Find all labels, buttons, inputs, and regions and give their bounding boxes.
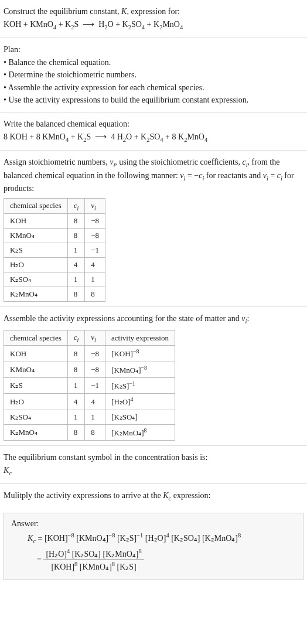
cell-species: KOH (4, 214, 68, 229)
activity-section: Assemble the activity expressions accoun… (0, 307, 307, 446)
table-row: K₂S1−1 (4, 243, 105, 258)
col-c: ci (67, 330, 85, 346)
cell-species: K₂S (4, 243, 68, 258)
cell-v: 1 (85, 410, 105, 424)
cell-activity: [H₂O]4 (105, 394, 175, 410)
symbol-kc: Kc (4, 465, 303, 478)
multiply-section: Mulitply the activity expressions to arr… (0, 484, 307, 509)
cell-v: −8 (85, 214, 105, 229)
cell-c: 8 (67, 346, 85, 362)
symbol-text: The equilibrium constant symbol in the c… (4, 452, 303, 464)
col-species: chemical species (4, 330, 68, 346)
table-row: K₂MnO₄88[K₂MnO₄]8 (4, 424, 175, 440)
plan-item: • Use the activity expressions to build … (4, 94, 303, 106)
cell-species: K₂MnO₄ (4, 287, 68, 302)
cell-c: 8 (67, 362, 85, 377)
cell-species: KOH (4, 346, 68, 362)
cell-c: 8 (67, 214, 85, 229)
plan-heading: Plan: (4, 44, 303, 56)
cell-v: −8 (85, 229, 105, 243)
cell-species: K₂SO₄ (4, 272, 68, 287)
cell-activity: [K₂MnO₄]8 (105, 424, 175, 440)
cell-c: 4 (67, 394, 85, 410)
construct-text: Construct the equilibrium constant, K, e… (4, 6, 303, 18)
cell-species: H₂O (4, 394, 68, 410)
cell-activity: [K₂SO₄] (105, 410, 175, 424)
answer-label: Answer: (11, 519, 296, 529)
cell-species: K₂SO₄ (4, 410, 68, 424)
balanced-equation: 8 KOH + 8 KMnO4 + K2S ⟶ 4 H2O + K2SO4 + … (4, 131, 303, 144)
plan-section: Plan: • Balance the chemical equation. •… (0, 38, 307, 113)
table-row: K₂SO₄11[K₂SO₄] (4, 410, 175, 424)
col-activity: activity expression (105, 330, 175, 346)
cell-c: 8 (67, 229, 85, 243)
cell-v: −8 (85, 362, 105, 377)
cell-c: 4 (67, 258, 85, 272)
activity-intro: Assemble the activity expressions accoun… (4, 313, 303, 326)
cell-c: 1 (67, 243, 85, 258)
cell-c: 1 (67, 410, 85, 424)
table-row: KOH8−8 (4, 214, 105, 229)
table-row: H₂O44 (4, 258, 105, 272)
cell-c: 8 (67, 424, 85, 440)
cell-activity: [KMnO₄]−8 (105, 362, 175, 377)
col-c: ci (67, 198, 85, 214)
plan-item: • Balance the chemical equation. (4, 57, 303, 69)
cell-v: −1 (85, 378, 105, 394)
cell-activity: [K₂S]−1 (105, 378, 175, 394)
table-header-row: chemical species ci νi activity expressi… (4, 330, 175, 346)
cell-activity: [KOH]−8 (105, 346, 175, 362)
stoich-intro: Assign stoichiometric numbers, νi, using… (4, 156, 303, 195)
plan-item: • Determine the stoichiometric numbers. (4, 69, 303, 81)
cell-species: K₂S (4, 378, 68, 394)
balanced-section: Write the balanced chemical equation: 8 … (0, 113, 307, 151)
table-row: K₂SO₄11 (4, 272, 105, 287)
cell-c: 1 (67, 272, 85, 287)
stoich-section: Assign stoichiometric numbers, νi, using… (0, 151, 307, 307)
cell-v: 8 (85, 287, 105, 302)
balanced-heading: Write the balanced chemical equation: (4, 118, 303, 130)
cell-v: 4 (85, 394, 105, 410)
table-row: KMnO₄8−8[KMnO₄]−8 (4, 362, 175, 377)
table-header-row: chemical species ci νi (4, 198, 105, 214)
cell-v: 8 (85, 424, 105, 440)
cell-species: H₂O (4, 258, 68, 272)
col-v: νi (85, 330, 105, 346)
cell-v: −1 (85, 243, 105, 258)
table-row: KOH8−8[KOH]−8 (4, 346, 175, 362)
cell-species: K₂MnO₄ (4, 424, 68, 440)
table-row: K₂S1−1[K₂S]−1 (4, 378, 175, 394)
cell-v: 1 (85, 272, 105, 287)
col-species: chemical species (4, 198, 68, 214)
col-v: νi (85, 198, 105, 214)
answer-box: Answer: Kc = [KOH]−8 [KMnO₄]−8 [K₂S]−1 [… (4, 513, 303, 581)
answer-expression: Kc = [KOH]−8 [KMnO₄]−8 [K₂S]−1 [H₂O]4 [K… (11, 532, 296, 573)
table-row: H₂O44[H₂O]4 (4, 394, 175, 410)
cell-v: 4 (85, 258, 105, 272)
table-row: K₂MnO₄88 (4, 287, 105, 302)
cell-c: 1 (67, 378, 85, 394)
cell-v: −8 (85, 346, 105, 362)
stoich-table: chemical species ci νi KOH8−8KMnO₄8−8K₂S… (4, 198, 105, 302)
multiply-heading: Mulitply the activity expressions to arr… (4, 490, 303, 503)
table-row: KMnO₄8−8 (4, 229, 105, 243)
activity-table: chemical species ci νi activity expressi… (4, 330, 175, 441)
cell-c: 8 (67, 287, 85, 302)
plan-item: • Assemble the activity expression for e… (4, 82, 303, 94)
intro-section: Construct the equilibrium constant, K, e… (0, 0, 307, 38)
symbol-section: The equilibrium constant symbol in the c… (0, 446, 307, 484)
cell-species: KMnO₄ (4, 229, 68, 243)
cell-species: KMnO₄ (4, 362, 68, 377)
unbalanced-equation: KOH + KMnO4 + K2S ⟶ H2O + K2SO4 + K2MnO4 (4, 19, 303, 32)
